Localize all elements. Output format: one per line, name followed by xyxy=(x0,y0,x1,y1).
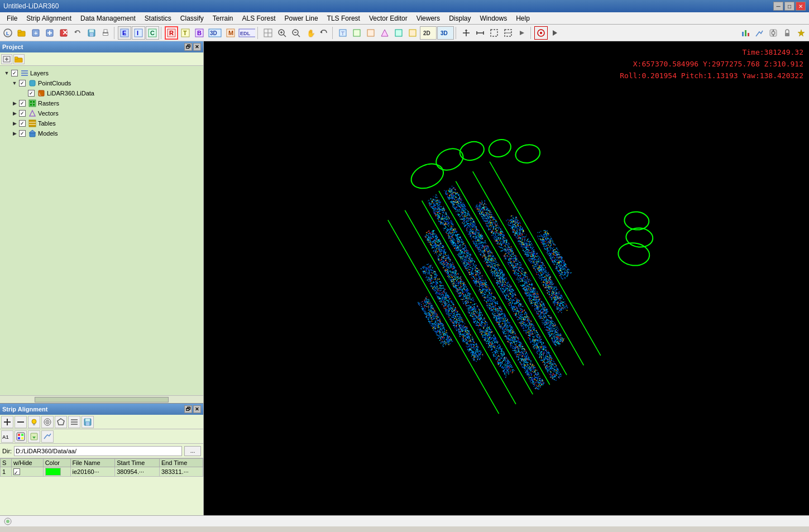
minimize-button[interactable]: ─ xyxy=(773,2,783,11)
cam-front-btn[interactable] xyxy=(350,26,363,40)
tree-checkbox-tables[interactable]: ✓ xyxy=(19,120,26,127)
strip-connect-btn[interactable] xyxy=(68,416,80,428)
tree-item-models[interactable]: ▶✓Models xyxy=(2,128,201,138)
view-2d-btn[interactable]: 2D xyxy=(420,26,437,40)
tree-item-vectors[interactable]: ▶✓Vectors xyxy=(2,108,201,118)
cam-perspective-btn[interactable] xyxy=(378,26,391,40)
menu-item-classify[interactable]: Classify xyxy=(176,13,208,23)
remove-btn[interactable]: ✕ xyxy=(57,26,70,40)
print-btn[interactable] xyxy=(99,26,112,40)
strip-bulb-btn[interactable] xyxy=(28,416,40,428)
tree-expand-tables[interactable]: ▶ xyxy=(11,120,18,127)
tool-i-btn[interactable]: I xyxy=(132,26,145,40)
tree-item-pointclouds[interactable]: ▼✓PointClouds xyxy=(2,78,201,88)
proj-expand-btn[interactable] xyxy=(1,54,12,64)
view-3d-btn[interactable]: 3D xyxy=(437,26,454,40)
cam-top-btn[interactable]: ⊤ xyxy=(336,26,350,40)
menu-item-file[interactable]: File xyxy=(2,13,22,23)
tool-c-btn[interactable]: C xyxy=(146,26,159,40)
view-grid-btn[interactable] xyxy=(261,26,275,40)
zoom-out-btn[interactable] xyxy=(289,26,303,40)
tool-b-btn[interactable]: B xyxy=(193,26,206,40)
radiation-btn[interactable] xyxy=(534,26,548,40)
tree-checkbox-lidata[interactable]: ✓ xyxy=(28,90,35,97)
tree-expand-lidata[interactable] xyxy=(20,90,27,97)
strip-row-0[interactable]: 1✓ie20160···380954.···383311.··· xyxy=(1,467,203,477)
proj-folder-btn[interactable] xyxy=(13,54,25,64)
lock-btn[interactable] xyxy=(781,26,794,40)
select-box-btn[interactable] xyxy=(487,26,501,40)
menu-item-tls-forest[interactable]: TLS Forest xyxy=(323,13,365,23)
strip-abc-btn[interactable]: A1 xyxy=(1,430,13,443)
menu-item-viewers[interactable]: Viewers xyxy=(412,13,444,23)
strip-target-btn[interactable] xyxy=(41,416,54,428)
tree-expand-pointclouds[interactable]: ▼ xyxy=(11,80,18,87)
strip-remove-btn[interactable] xyxy=(15,416,27,428)
more-toolbar-btn[interactable] xyxy=(515,26,529,40)
add2-btn[interactable] xyxy=(43,26,56,40)
histogram-btn[interactable] xyxy=(753,26,766,40)
menu-item-als-forest[interactable]: ALS Forest xyxy=(238,13,280,23)
chevron-right-btn[interactable] xyxy=(548,26,562,40)
measure-btn[interactable] xyxy=(473,26,487,40)
star-btn[interactable] xyxy=(794,26,808,40)
tree-item-layers[interactable]: ▼✓Layers xyxy=(2,68,201,78)
tree-checkbox-rasters[interactable]: ✓ xyxy=(19,100,26,107)
pan-btn[interactable]: ✋ xyxy=(303,26,317,40)
close-button[interactable]: ✕ xyxy=(796,2,806,11)
menu-item-vector-editor[interactable]: Vector Editor xyxy=(365,13,412,23)
menu-item-help[interactable]: Help xyxy=(511,13,534,23)
tool-t-btn[interactable]: T xyxy=(179,26,192,40)
project-maximize-btn[interactable]: 🗗 xyxy=(184,43,192,51)
viewport[interactable]: Time:381249.32 X:657370.584996 Y:2977275… xyxy=(204,41,809,515)
tree-scrollbar[interactable] xyxy=(0,395,203,403)
strip-polygon-btn[interactable] xyxy=(55,416,67,428)
strip-profile-btn[interactable] xyxy=(41,430,54,443)
open-btn[interactable] xyxy=(15,26,28,40)
tree-checkbox-layers[interactable]: ✓ xyxy=(11,70,18,76)
strip-add-btn[interactable] xyxy=(1,416,13,428)
cam-side-btn[interactable] xyxy=(364,26,377,40)
strip-browse-btn[interactable]: ... xyxy=(184,446,201,456)
strip-save-btn[interactable] xyxy=(82,416,94,428)
project-close-btn[interactable]: ✕ xyxy=(193,43,201,51)
tree-item-lidata[interactable]: ✓LLiDAR360.LiData xyxy=(2,88,201,98)
tool-3d-btn[interactable]: 3D xyxy=(207,26,223,40)
menu-item-power-line[interactable]: Power Line xyxy=(280,13,323,23)
rotate-btn[interactable] xyxy=(317,26,331,40)
tree-expand-rasters[interactable]: ▶ xyxy=(11,100,18,107)
tree-expand-layers[interactable]: ▼ xyxy=(3,70,10,76)
tree-checkbox-pointclouds[interactable]: ✓ xyxy=(19,80,26,87)
strip-maximize-btn[interactable]: 🗗 xyxy=(184,405,192,413)
settings2-btn[interactable] xyxy=(767,26,780,40)
cam6-btn[interactable] xyxy=(406,26,419,40)
menu-item-data-management[interactable]: Data Management xyxy=(76,13,140,23)
crosshair-btn[interactable] xyxy=(459,26,473,40)
new-btn[interactable]: L xyxy=(1,26,15,40)
chart-btn[interactable] xyxy=(739,26,752,40)
clip-btn[interactable] xyxy=(501,26,515,40)
menu-item-terrain[interactable]: Terrain xyxy=(208,13,238,23)
tool-e-btn[interactable]: E xyxy=(118,26,131,40)
zoom-in-btn[interactable] xyxy=(275,26,289,40)
menu-item-statistics[interactable]: Statistics xyxy=(140,13,176,23)
save-btn[interactable] xyxy=(85,26,98,40)
menu-item-windows[interactable]: Windows xyxy=(475,13,511,23)
menu-item-display[interactable]: Display xyxy=(444,13,475,23)
maximize-button[interactable]: □ xyxy=(784,2,794,11)
menu-item-strip-alignment[interactable]: Strip Alignment xyxy=(22,13,76,23)
tree-item-rasters[interactable]: ▶✓Rasters xyxy=(2,98,201,108)
tool-m-btn[interactable]: M xyxy=(224,26,237,40)
strip-dir-input[interactable] xyxy=(14,446,182,456)
tool-r-btn[interactable]: R xyxy=(165,26,178,40)
strip-export-btn[interactable] xyxy=(28,430,40,443)
tree-checkbox-models[interactable]: ✓ xyxy=(19,130,26,137)
cam5-btn[interactable] xyxy=(392,26,405,40)
undo-btn[interactable] xyxy=(71,26,84,40)
tree-item-tables[interactable]: ▶✓Tables xyxy=(2,118,201,128)
add-btn[interactable]: + xyxy=(29,26,42,40)
tree-checkbox-vectors[interactable]: ✓ xyxy=(19,110,26,117)
tree-expand-models[interactable]: ▶ xyxy=(11,130,18,137)
tool-edl-btn[interactable]: EDL xyxy=(238,26,256,40)
tree-hscroll[interactable] xyxy=(35,397,169,402)
